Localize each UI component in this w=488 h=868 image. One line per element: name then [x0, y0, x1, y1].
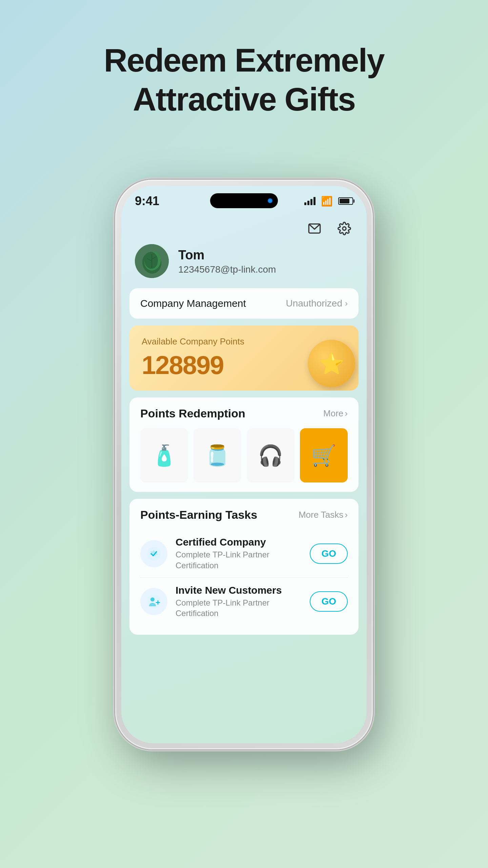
points-coin-icon: ⭐ [308, 340, 359, 391]
product-item-2[interactable]: 🫙 [194, 428, 241, 482]
phone-screen: 9:41 📶 [121, 186, 367, 743]
status-time: 9:41 [135, 194, 159, 208]
redemption-more-button[interactable]: More › [323, 408, 348, 419]
signal-icon [304, 197, 316, 205]
top-actions [121, 213, 367, 241]
app-content: Tom 12345678@tp-link.com Company Managem… [121, 213, 367, 743]
task-item-1: Certified Company Complete TP-Link Partn… [140, 530, 348, 577]
task-1-name: Certified Company [176, 536, 302, 548]
task-1-desc: Complete TP-Link PartnerCertification [176, 549, 302, 570]
user-profile: Tom 12345678@tp-link.com [121, 241, 367, 288]
phone-shell: 9:41 📶 [115, 180, 373, 749]
task-2-desc: Complete TP-Link PartnerCertification [176, 597, 302, 618]
company-status-text: Unauthorized [286, 298, 342, 309]
certified-company-icon [140, 540, 167, 567]
task-2-name: Invite New Customers [176, 585, 302, 596]
company-management-card[interactable]: Company Management Unauthorized › [129, 288, 359, 319]
task-1-info: Certified Company Complete TP-Link Partn… [176, 536, 302, 570]
product-3-image: 🎧 [258, 443, 283, 468]
dynamic-island-dot [268, 198, 272, 203]
company-chevron-icon: › [345, 299, 348, 308]
user-info: Tom 12345678@tp-link.com [178, 248, 276, 275]
task-1-go-button[interactable]: GO [310, 544, 348, 564]
user-name: Tom [178, 248, 276, 263]
hero-title: Redeem Extremely Attractive Gifts [104, 41, 384, 119]
redemption-header: Points Redemption More › [140, 407, 348, 420]
products-grid: 🧴 🫙 🎧 🛒 [140, 428, 348, 482]
redemption-card: Points Redemption More › 🧴 🫙 [129, 397, 359, 492]
product-4-image: 🛒 [311, 443, 337, 468]
tasks-card: Points-Earning Tasks More Tasks › [129, 499, 359, 635]
settings-button[interactable] [336, 220, 353, 237]
product-1-image: 🧴 [151, 443, 177, 468]
svg-point-1 [343, 227, 346, 230]
product-item-1[interactable]: 🧴 [140, 428, 188, 482]
product-2-image: 🫙 [205, 443, 230, 468]
svg-point-11 [150, 597, 155, 601]
invite-customers-icon [140, 588, 167, 615]
product-item-4[interactable]: 🛒 [300, 428, 348, 482]
wifi-icon: 📶 [321, 196, 333, 207]
task-2-info: Invite New Customers Complete TP-Link Pa… [176, 585, 302, 618]
tasks-more-button[interactable]: More Tasks › [299, 510, 348, 520]
battery-icon [338, 197, 353, 205]
company-label: Company Management [140, 298, 246, 309]
user-email: 12345678@tp-link.com [178, 264, 276, 275]
tasks-title: Points-Earning Tasks [140, 508, 257, 521]
task-item-2: Invite New Customers Complete TP-Link Pa… [140, 577, 348, 625]
mail-button[interactable] [306, 220, 323, 237]
product-item-3[interactable]: 🎧 [247, 428, 294, 482]
dynamic-island [210, 193, 278, 208]
points-card[interactable]: Available Company Points 128899 ⭐ [129, 326, 359, 391]
status-icons: 📶 [304, 196, 353, 207]
avatar [135, 244, 169, 278]
task-2-go-button[interactable]: GO [310, 591, 348, 612]
redemption-title: Points Redemption [140, 407, 245, 420]
phone-mockup: 9:41 📶 [115, 180, 373, 749]
company-status: Unauthorized › [286, 298, 348, 309]
tasks-header: Points-Earning Tasks More Tasks › [140, 508, 348, 521]
